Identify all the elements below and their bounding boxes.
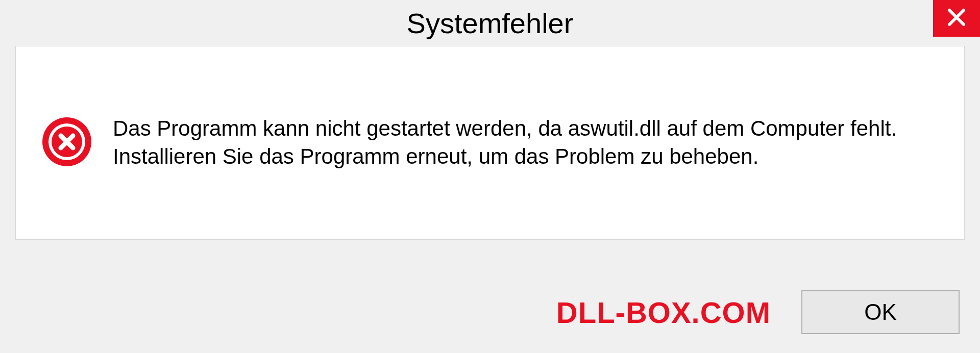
error-dialog: Systemfehler Das Programm kann nicht ges… (0, 0, 980, 353)
watermark-text: DLL-BOX.COM (556, 295, 771, 330)
content-panel: Das Programm kann nicht gestartet werden… (15, 46, 965, 240)
dialog-title: Systemfehler (407, 7, 574, 40)
dialog-footer: DLL-BOX.COM OK (0, 271, 980, 353)
close-button[interactable] (933, 0, 980, 37)
titlebar: Systemfehler (0, 0, 980, 46)
error-icon (41, 116, 92, 169)
error-message: Das Programm kann nicht gestartet werden… (113, 115, 939, 170)
ok-button[interactable]: OK (801, 290, 960, 334)
close-icon (946, 7, 967, 30)
